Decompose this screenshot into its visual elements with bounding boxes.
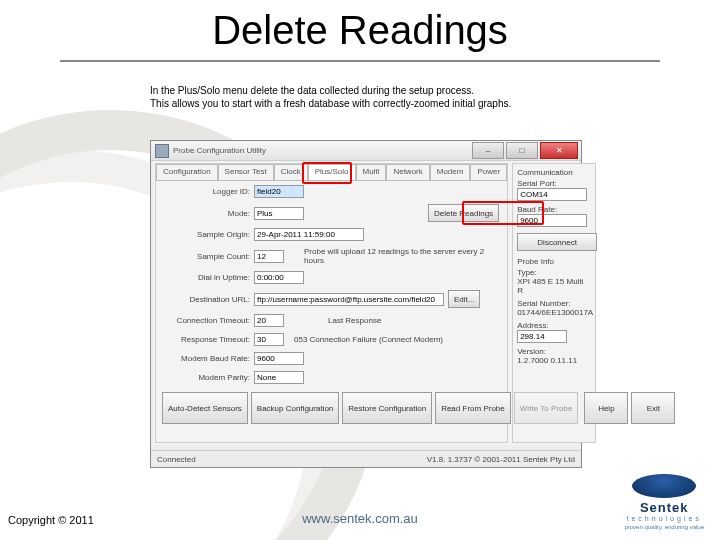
window-title: Probe Configuration Utility — [173, 146, 266, 155]
footer-url: www.sentek.com.au — [0, 511, 720, 526]
read-from-probe-button[interactable]: Read From Probe — [435, 392, 511, 424]
status-version: V1.8. 1.3737 © 2001-2011 Sentek Pty Ltd — [427, 455, 575, 464]
serial-port-label: Serial Port: — [517, 179, 591, 188]
mode-label: Mode: — [164, 209, 254, 218]
restore-config-button[interactable]: Restore Configuration — [342, 392, 432, 424]
tab-network[interactable]: Network — [386, 164, 429, 180]
dialin-label: Dial in Uptime: — [164, 273, 254, 282]
destination-url-label: Destination URL: — [164, 295, 254, 304]
minimize-button[interactable]: – — [472, 142, 504, 159]
titlebar: Probe Configuration Utility – □ ✕ — [151, 141, 581, 161]
address-label: Address: — [517, 321, 591, 330]
tab-sensor-test[interactable]: Sensor Test — [218, 164, 274, 180]
last-response-label: Last Response — [328, 316, 381, 325]
serial-number-value: 01744/6EE1300017A — [517, 308, 591, 317]
conn-timeout-input[interactable] — [254, 314, 284, 327]
write-to-probe-button[interactable]: Write To Probe — [514, 392, 579, 424]
sample-count-note: Probe will upload 12 readings to the ser… — [304, 247, 499, 265]
tab-configuration[interactable]: Configuration — [156, 164, 218, 180]
auto-detect-button[interactable]: Auto-Detect Sensors — [162, 392, 248, 424]
serial-port-select[interactable] — [517, 188, 587, 201]
sample-count-input[interactable] — [254, 250, 284, 263]
resp-timeout-input[interactable] — [254, 333, 284, 346]
tab-modem[interactable]: Modem — [430, 164, 471, 180]
close-button[interactable]: ✕ — [540, 142, 578, 159]
backup-config-button[interactable]: Backup Configuration — [251, 392, 340, 424]
status-bar: Connected V1.8. 1.3737 © 2001-2011 Sente… — [151, 450, 581, 467]
sample-origin-input[interactable] — [254, 228, 364, 241]
maximize-button[interactable]: □ — [506, 142, 538, 159]
version-label: Version: — [517, 347, 591, 356]
tab-power[interactable]: Power — [470, 164, 507, 180]
sentek-logo: Sentek technologies proven quality, endu… — [624, 474, 704, 530]
logo-tagline: proven quality, enduring value — [624, 524, 704, 530]
communication-label: Communication — [517, 168, 591, 177]
main-panel: Configuration Sensor Test Clock Plus/Sol… — [155, 163, 508, 443]
mode-select[interactable] — [254, 207, 304, 220]
destination-url-input[interactable] — [254, 293, 444, 306]
probe-type-label: Type: — [517, 268, 591, 277]
modem-parity-select[interactable] — [254, 371, 304, 384]
dialin-input[interactable] — [254, 271, 304, 284]
highlight-delete-readings — [462, 201, 544, 225]
sample-count-label: Sample Count: — [164, 252, 254, 261]
modem-parity-label: Modem Parity: — [164, 373, 254, 382]
logo-subtitle: technologies — [624, 515, 704, 522]
status-connected: Connected — [157, 455, 196, 464]
title-rule — [60, 60, 660, 62]
plus-solo-form: Logger ID: Mode: Delete Readings Sample … — [156, 181, 507, 388]
probe-info-label: Probe Info — [517, 257, 591, 266]
exit-button[interactable]: Exit — [631, 392, 675, 424]
slide-subtitle: In the Plus/Solo menu delete the data co… — [150, 84, 580, 110]
edit-url-button[interactable]: Edit... — [448, 290, 480, 308]
conn-timeout-label: Connection Timeout: — [164, 316, 254, 325]
help-button[interactable]: Help — [584, 392, 628, 424]
disconnect-button[interactable]: Disconnect — [517, 233, 597, 251]
version-value: 1.2.7000 0.11.11 — [517, 356, 591, 365]
last-response-value: 053 Connection Failure (Connect Modem) — [294, 335, 443, 344]
bottom-button-bar: Auto-Detect Sensors Backup Configuration… — [162, 392, 501, 424]
modem-baud-label: Modem Baud Rate: — [164, 354, 254, 363]
modem-baud-select[interactable] — [254, 352, 304, 365]
serial-number-label: Serial Number: — [517, 299, 591, 308]
highlight-tab — [302, 162, 352, 184]
logger-id-label: Logger ID: — [164, 187, 254, 196]
app-icon — [155, 144, 169, 158]
logo-oval-icon — [632, 474, 696, 498]
logger-id-input[interactable] — [254, 185, 304, 198]
logo-name: Sentek — [624, 500, 704, 515]
tab-multi[interactable]: Multi — [356, 164, 387, 180]
slide-title: Delete Readings — [0, 8, 720, 53]
address-input[interactable] — [517, 330, 567, 343]
resp-timeout-label: Response Timeout: — [164, 335, 254, 344]
app-window: Probe Configuration Utility – □ ✕ Config… — [150, 140, 582, 468]
probe-type-value: XPI 485 E 15 Multi R — [517, 277, 591, 295]
sample-origin-label: Sample Origin: — [164, 230, 254, 239]
